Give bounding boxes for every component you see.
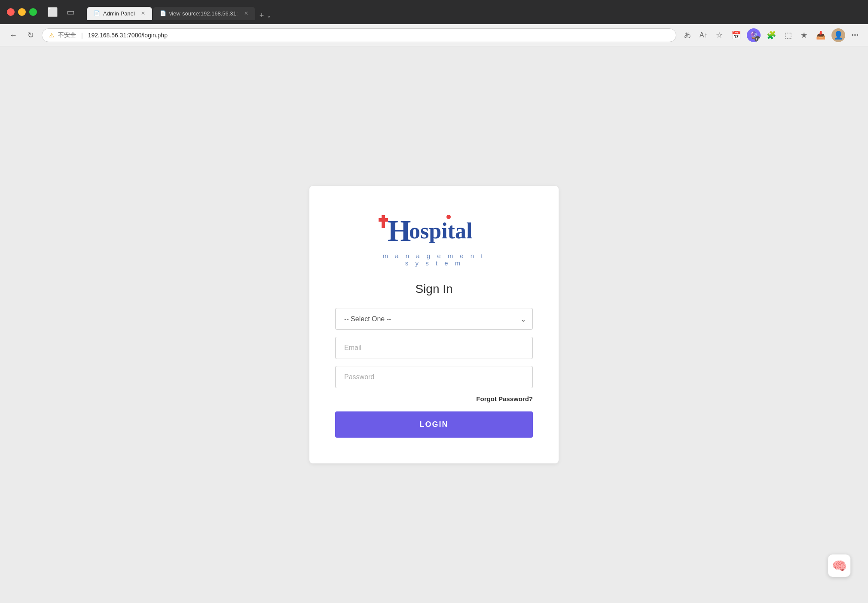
tab-bar: 📄 Admin Panel ✕ 📄 view-source:192.168.56… <box>82 4 277 20</box>
tab-favicon-admin: 📄 <box>94 10 100 16</box>
collections-icon[interactable]: 📥 <box>813 28 828 43</box>
forgot-password-link[interactable]: Forgot Password? <box>476 395 533 402</box>
logo-svg: H ospital <box>378 207 490 250</box>
role-select-wrapper: -- Select One -- Admin Doctor Patient ⌄ <box>335 308 533 330</box>
svg-text:ospital: ospital <box>409 219 472 243</box>
reader-icon[interactable]: A↑ <box>697 29 710 42</box>
maximize-button[interactable] <box>29 8 37 16</box>
close-button[interactable] <box>7 8 15 16</box>
traffic-lights <box>7 8 37 16</box>
brain-extension-icon[interactable]: 🧠 <box>828 554 851 577</box>
reload-button[interactable]: ↻ <box>25 29 37 42</box>
logo-graphic: H ospital <box>378 207 490 250</box>
translate-icon[interactable]: あ <box>682 28 694 42</box>
tab-groups-icon[interactable]: ⬜ <box>47 7 58 17</box>
login-button[interactable]: LOGIN <box>335 411 533 438</box>
profile-avatar[interactable]: 👤 <box>831 28 845 42</box>
password-input[interactable] <box>335 366 533 388</box>
favorites-icon[interactable]: ★ <box>798 28 810 43</box>
bookmark-icon[interactable]: ☆ <box>713 28 725 43</box>
extensions-icon[interactable]: 🧩 <box>764 28 779 43</box>
svg-point-4 <box>446 215 451 219</box>
back-button[interactable]: ← <box>7 29 20 42</box>
logo-container: H ospital m a n a g e m e n t s y s t e … <box>378 207 490 267</box>
tab-actions: + ⌄ <box>260 11 272 20</box>
url-bar[interactable]: ⚠ 不安全 | 192.168.56.31:7080/login.php <box>42 28 676 42</box>
logo-subtitle-line1: m a n a g e m e n t <box>382 252 485 259</box>
sidebar-icon[interactable]: ▭ <box>67 7 75 17</box>
tab-close-admin[interactable]: ✕ <box>141 10 145 16</box>
tab-close-source[interactable]: ✕ <box>244 10 248 16</box>
extension-badge-icon[interactable]: 🔮 12 <box>747 28 761 42</box>
tab-admin-label: Admin Panel <box>103 10 135 17</box>
tab-source-label: view-source:192.168.56.31:70 <box>169 10 238 17</box>
logo-subtitle-line2: s y s t e m <box>405 259 463 267</box>
menu-icon[interactable]: ··· <box>849 27 861 43</box>
url-text: 192.168.56.31:7080/login.php <box>88 32 168 39</box>
email-input[interactable] <box>335 337 533 359</box>
url-separator: | <box>81 32 83 39</box>
login-card: H ospital m a n a g e m e n t s y s t e … <box>309 186 559 463</box>
insecure-label: 不安全 <box>58 31 76 39</box>
split-view-icon[interactable]: ⬚ <box>782 28 795 43</box>
calendar-icon[interactable]: 📅 <box>729 28 743 43</box>
page-content: H ospital m a n a g e m e n t s y s t e … <box>0 46 868 603</box>
svg-text:H: H <box>388 214 411 247</box>
minimize-button[interactable] <box>18 8 26 16</box>
tab-source[interactable]: 📄 view-source:192.168.56.31:70 ✕ <box>153 7 255 20</box>
address-icons: あ A↑ ☆ 📅 🔮 12 🧩 ⬚ ★ 📥 👤 ··· <box>682 27 861 43</box>
svg-rect-1 <box>379 218 388 222</box>
tab-favicon-source: 📄 <box>160 10 166 16</box>
new-tab-icon[interactable]: + <box>260 11 264 20</box>
tab-dropdown-icon[interactable]: ⌄ <box>266 12 272 19</box>
security-warning-icon: ⚠ <box>49 32 55 39</box>
tab-admin-panel[interactable]: 📄 Admin Panel ✕ <box>87 7 152 20</box>
form-container: -- Select One -- Admin Doctor Patient ⌄ … <box>335 308 533 438</box>
address-bar: ← ↻ ⚠ 不安全 | 192.168.56.31:7080/login.php… <box>0 24 868 46</box>
sign-in-title: Sign In <box>415 282 452 296</box>
forgot-password-container: Forgot Password? <box>335 395 533 403</box>
role-select[interactable]: -- Select One -- Admin Doctor Patient <box>335 308 533 330</box>
badge-count: 12 <box>755 36 761 42</box>
